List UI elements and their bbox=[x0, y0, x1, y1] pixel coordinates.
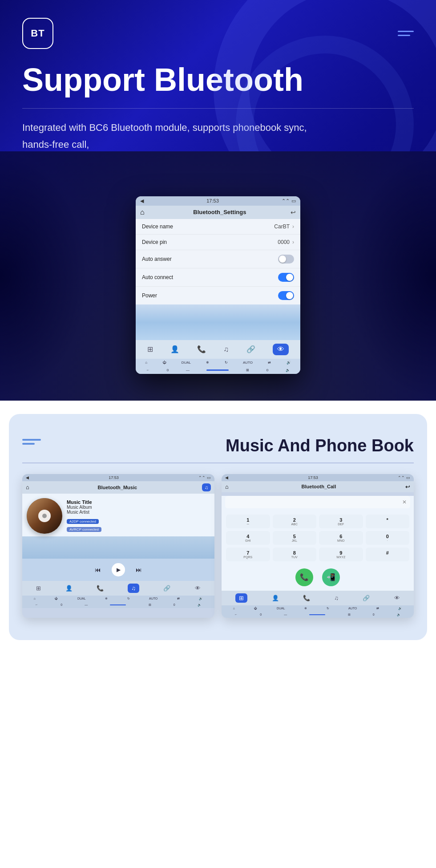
music-nav-music[interactable]: ♫ bbox=[128, 584, 139, 593]
power-row[interactable]: Power bbox=[136, 287, 300, 304]
ms-zero2: 0 bbox=[174, 603, 175, 606]
home-icon[interactable]: ⌂ bbox=[140, 208, 145, 216]
strip-dual: DUAL bbox=[182, 361, 191, 365]
call-screen-title: Bluetooth_Call bbox=[232, 484, 405, 489]
music-nav-menu[interactable]: ⊞ bbox=[36, 585, 41, 592]
call-nav-menu[interactable]: ⊞ bbox=[235, 593, 247, 603]
music-content: Music Title Music Album Music Artist A2D… bbox=[22, 494, 214, 581]
call-status-strip: ⌂ ⏻ DUAL ❄ ↻ AUTO ⇄ 🔊 bbox=[222, 605, 414, 612]
hangup-button[interactable]: 📲 bbox=[322, 568, 340, 586]
call-nav-bar: ⌂ Bluetooth_Call ↩ bbox=[222, 481, 414, 492]
back-icon[interactable]: ↩ bbox=[291, 209, 296, 216]
next-button[interactable]: ⏭ bbox=[136, 566, 142, 573]
back-arrow[interactable]: ◀ bbox=[140, 198, 144, 204]
ms-dash: — bbox=[85, 603, 88, 606]
nav-phone-icon[interactable]: 📞 bbox=[197, 345, 206, 353]
call-input-bar[interactable]: ✕ bbox=[225, 496, 410, 508]
strip-back[interactable]: ← bbox=[146, 368, 149, 372]
nav-music-icon[interactable]: ♫ bbox=[223, 345, 229, 353]
ms-loop[interactable]: ↻ bbox=[127, 597, 130, 600]
strip-arrows[interactable]: ⇄ bbox=[268, 361, 271, 365]
cs-snow[interactable]: ❄ bbox=[304, 607, 307, 610]
call-button[interactable]: 📞 bbox=[295, 568, 313, 586]
call-nav-link[interactable]: 🔗 bbox=[363, 595, 370, 601]
dial-key-4[interactable]: 4GHI bbox=[226, 531, 270, 545]
music-gradient bbox=[22, 536, 214, 559]
music-status-icons: ⌃⌃ ▭ bbox=[198, 475, 211, 480]
dial-key-2[interactable]: 2ABC bbox=[273, 515, 317, 528]
strip-loop[interactable]: ↻ bbox=[225, 361, 228, 365]
cs-loop[interactable]: ↻ bbox=[327, 607, 329, 610]
nav-menu-icon[interactable]: ⊞ bbox=[147, 345, 153, 353]
dial-key-6[interactable]: 6MNO bbox=[319, 531, 363, 545]
dial-key-0[interactable]: 0· bbox=[366, 531, 410, 545]
call-nav-person[interactable]: 👤 bbox=[272, 595, 279, 601]
music-back-arrow[interactable]: ◀ bbox=[26, 475, 29, 480]
ms-arrows[interactable]: ⇄ bbox=[177, 597, 180, 600]
nav-link-icon[interactable]: 🔗 bbox=[246, 345, 255, 353]
ms-back[interactable]: ← bbox=[35, 603, 38, 606]
dial-key-7[interactable]: 7PQRS bbox=[226, 548, 270, 561]
dial-key-star[interactable]: * bbox=[366, 515, 410, 528]
call-back-arrow[interactable]: ◀ bbox=[225, 475, 228, 480]
power-toggle[interactable] bbox=[278, 291, 294, 300]
a2dp-badge: A2DP connected bbox=[67, 519, 99, 524]
dial-key-hash[interactable]: # bbox=[366, 548, 410, 561]
car-background: ◀ 17:53 ⌃⌃ ▭ ⌂ Bluetooth_Settings ↩ bbox=[0, 151, 436, 401]
call-screen: ◀ 17:53 ⌃⌃ ▭ ⌂ Bluetooth_Call ↩ ✕ 1─ bbox=[222, 474, 414, 618]
ms-home[interactable]: ⌂ bbox=[34, 597, 36, 600]
nav-eye-icon[interactable]: 👁 bbox=[273, 344, 289, 355]
call-home-icon[interactable]: ⌂ bbox=[225, 483, 229, 490]
device-pin-row[interactable]: Device pin 0000 › bbox=[136, 235, 300, 250]
device-name-row[interactable]: Device name CarBT › bbox=[136, 219, 300, 235]
strip-power[interactable]: ⏻ bbox=[162, 361, 166, 365]
music-nav-person[interactable]: 👤 bbox=[65, 585, 73, 592]
strip-snowflake[interactable]: ❄ bbox=[206, 361, 209, 365]
track-info: Music Title Music Album Music Artist A2D… bbox=[67, 499, 210, 532]
music-nav-eye[interactable]: 👁 bbox=[195, 585, 201, 592]
toggle-knob-3 bbox=[286, 292, 293, 299]
music-nav-phone[interactable]: 📞 bbox=[97, 585, 104, 592]
music-screen-title: Bluetooth_Music bbox=[33, 485, 202, 490]
strip-home[interactable]: ⌂ bbox=[145, 361, 147, 365]
auto-answer-toggle[interactable] bbox=[278, 255, 294, 264]
cs-back[interactable]: ← bbox=[234, 613, 238, 616]
device-pin-value: 0000 bbox=[278, 239, 290, 245]
dial-key-8[interactable]: 8TUV bbox=[273, 548, 317, 561]
dial-key-9[interactable]: 9WXYZ bbox=[319, 548, 363, 561]
auto-answer-row[interactable]: Auto answer bbox=[136, 250, 300, 268]
bt-settings-list: Device name CarBT › Device pin 0000 › bbox=[136, 219, 300, 304]
dial-key-5[interactable]: 5JKL bbox=[273, 531, 317, 545]
strip-vol[interactable]: 🔊 bbox=[287, 361, 291, 365]
cs-home[interactable]: ⌂ bbox=[233, 607, 235, 610]
call-nav-eye[interactable]: 👁 bbox=[394, 595, 400, 601]
call-back-icon[interactable]: ↩ bbox=[405, 483, 410, 490]
music-home-icon[interactable]: ⌂ bbox=[26, 484, 29, 491]
cs-arrows[interactable]: ⇄ bbox=[376, 607, 379, 610]
dial-key-1[interactable]: 1─ bbox=[226, 515, 270, 528]
ms-vol[interactable]: 🔊 bbox=[199, 597, 203, 600]
menu-button[interactable] bbox=[398, 31, 414, 36]
cs-grid: ⊞ bbox=[348, 613, 351, 617]
ms-snow[interactable]: ❄ bbox=[105, 597, 108, 600]
cs-power[interactable]: ⏻ bbox=[254, 607, 257, 610]
call-nav-music[interactable]: ♫ bbox=[334, 595, 339, 601]
prev-button[interactable]: ⏮ bbox=[95, 566, 101, 573]
call-status-icons: ⌃⌃ ▭ bbox=[398, 475, 410, 480]
track-title: Music Title bbox=[67, 499, 210, 505]
cs-vol[interactable]: 🔊 bbox=[398, 607, 402, 610]
music-screen: ◀ 17:53 ⌃⌃ ▭ ⌂ Bluetooth_Music ♫ bbox=[22, 474, 214, 618]
bt-logo: BT bbox=[22, 18, 53, 49]
album-art bbox=[27, 498, 62, 534]
call-progress bbox=[309, 614, 325, 615]
music-nav-link[interactable]: 🔗 bbox=[163, 585, 170, 592]
auto-connect-row[interactable]: Auto connect bbox=[136, 268, 300, 287]
auto-connect-toggle[interactable] bbox=[278, 273, 294, 282]
play-button[interactable]: ▶ bbox=[112, 563, 125, 576]
ms-power[interactable]: ⏻ bbox=[55, 597, 58, 600]
dial-key-3[interactable]: 3DEF bbox=[319, 515, 363, 528]
call-nav-phone[interactable]: 📞 bbox=[303, 595, 310, 601]
nav-person-icon[interactable]: 👤 bbox=[170, 345, 179, 353]
music-note-button[interactable]: ♫ bbox=[202, 483, 211, 491]
clear-button[interactable]: ✕ bbox=[402, 499, 407, 505]
